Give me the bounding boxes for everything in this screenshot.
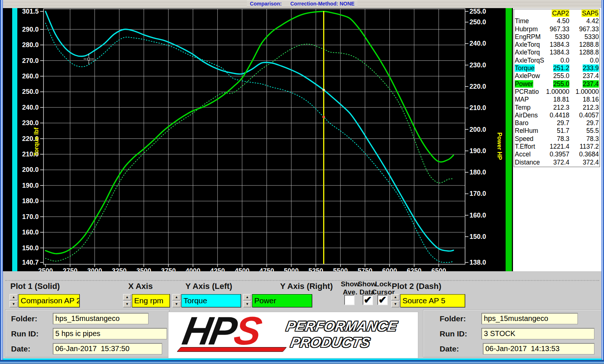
window-border-left [0, 0, 3, 364]
hps-logo-line1: PERFORMANCE [285, 319, 398, 334]
plot2-label: Plot 2 (Dash) [392, 282, 441, 291]
svg-text:4750: 4750 [259, 267, 274, 271]
run1-folder-field[interactable]: hps_15mustangeco [53, 313, 149, 324]
svg-text:255.0: 255.0 [469, 8, 486, 15]
table-row: Hubrpm967.33967.33 [515, 25, 599, 33]
table-row: Time4.504.42 [515, 17, 599, 25]
svg-text:190.0: 190.0 [469, 147, 486, 155]
plot1-select[interactable]: Comparison AP 2 [18, 294, 80, 307]
svg-text:160.0: 160.0 [469, 212, 486, 219]
yaxis-right-spinner-up-button[interactable]: ▲ [243, 294, 251, 300]
xaxis-spinner-down-button[interactable]: ▼ [123, 301, 131, 307]
cursor-marker [322, 89, 325, 91]
svg-text:3250: 3250 [112, 267, 127, 271]
table-row: Baro29.729.7 [515, 119, 599, 127]
mouse-crosshair [87, 58, 90, 60]
table-row: AxlePow255.0237.4 [515, 72, 599, 80]
xaxis-spinner: ▲ ▼ [123, 294, 131, 307]
svg-text:150.0: 150.0 [22, 244, 39, 252]
svg-text:4250: 4250 [210, 267, 225, 271]
plot2-spinner: ▲ ▼ [391, 294, 399, 307]
svg-text:301.5: 301.5 [22, 8, 39, 15]
yaxis-right-spinner: ▲ ▼ [243, 294, 251, 307]
svg-text:180.0: 180.0 [22, 197, 39, 205]
yaxis-left-spinner-down-button[interactable]: ▼ [172, 301, 181, 307]
table-row: AirDens0.44180.4057 [515, 112, 599, 119]
svg-text:5500: 5500 [333, 267, 348, 271]
table-row: T.Effort1221.41137.2 [515, 143, 599, 151]
dyno-app-window: Comparison: Correction-Method: NONE 301.… [0, 0, 604, 364]
lock-cursor-checkbox[interactable]: ✔ [377, 295, 388, 305]
svg-text:290.0: 290.0 [22, 26, 39, 33]
table-header-row: CAP2SAP5 [515, 10, 599, 17]
show-data-checkbox[interactable]: ✔ [363, 295, 373, 305]
table-row: AxleTorq1384.31288.8 [515, 49, 599, 56]
table-row: AxleTorq1384.31288.8 [515, 41, 599, 49]
svg-text:3000: 3000 [87, 267, 102, 271]
plot2-spinner-up-button[interactable]: ▲ [391, 294, 399, 300]
table-row: PCRatio1.000001.00000 [515, 88, 599, 96]
yaxis-right-spinner-down-button[interactable]: ▼ [243, 301, 251, 307]
svg-text:280.0: 280.0 [22, 41, 39, 49]
svg-text:250.0: 250.0 [469, 18, 486, 26]
run1-runid-field[interactable]: 5 hps ic pipes [53, 328, 167, 339]
svg-text:230.0: 230.0 [22, 119, 39, 127]
svg-text:2500: 2500 [38, 267, 53, 271]
svg-text:4500: 4500 [235, 267, 249, 271]
svg-text:6250: 6250 [407, 267, 422, 271]
svg-text:230.0: 230.0 [469, 61, 486, 69]
table-row: AxleTorqS0.00.0 [515, 57, 599, 64]
dyno-chart[interactable]: 301.5290.0280.0270.0260.0250.0240.0230.0… [3, 8, 513, 271]
run1-date-field[interactable]: 06-Jan-2017 15:37:50 [53, 343, 162, 354]
run2-folder-label: Folder: [440, 314, 466, 323]
run1-date-label: Date: [11, 344, 31, 353]
svg-text:240.0: 240.0 [469, 40, 486, 47]
xaxis-select[interactable]: Eng rpm [132, 294, 170, 307]
dashed-curve [46, 44, 454, 261]
svg-text:250.0: 250.0 [22, 88, 39, 95]
yaxis-right-select[interactable]: Power [252, 294, 312, 307]
svg-text:210.0: 210.0 [469, 104, 486, 112]
plot1-label: Plot 1 (Solid) [10, 282, 60, 291]
svg-text:260.0: 260.0 [22, 73, 39, 80]
yaxis-left-spinner-up-button[interactable]: ▲ [172, 294, 181, 300]
svg-text:2750: 2750 [63, 267, 77, 271]
svg-text:6000: 6000 [382, 267, 397, 271]
run2-date-field[interactable]: 06-Jan-2017 14:13:53 [483, 343, 594, 354]
controls-divider [5, 280, 599, 281]
cursor-marker [322, 116, 325, 118]
dashed-curve [46, 23, 454, 262]
svg-text:3750: 3750 [161, 267, 176, 271]
show-ave-checkbox[interactable] [344, 295, 355, 305]
hps-logo: HPS PERFORMANCE PRODUCTS [168, 312, 418, 358]
title-bar-text: Comparison: Correction-Method: NONE [247, 1, 357, 7]
table-row: RelHum51.755.5 [515, 127, 599, 135]
run1-folder-label: Folder: [11, 314, 37, 323]
yaxis-left-select[interactable]: Torque [181, 294, 241, 307]
svg-text:180.0: 180.0 [469, 169, 486, 176]
right-axis-title: Power HP [496, 132, 503, 160]
svg-text:5250: 5250 [308, 267, 323, 271]
yaxis-left-label: Y Axis (Left) [185, 282, 232, 291]
run1-runid-label: Run ID: [11, 329, 39, 338]
table-row: Distance372.4372.4 [515, 159, 599, 166]
table-row: Power255.0237.4 [515, 80, 599, 88]
svg-text:240.0: 240.0 [22, 104, 39, 111]
run2-folder-field[interactable]: hps_15mustangeco [481, 313, 578, 324]
svg-text:5750: 5750 [357, 267, 372, 271]
svg-text:3500: 3500 [136, 267, 151, 271]
run2-runid-field[interactable]: 3 STOCK [481, 328, 594, 339]
plot1-spinner-up-button[interactable]: ▲ [10, 294, 18, 300]
plot1-spinner-down-button[interactable]: ▼ [10, 301, 18, 307]
xaxis-label: X Axis [128, 282, 153, 291]
yaxis-right-label: Y Axis (Right) [280, 282, 333, 291]
svg-text:5000: 5000 [284, 267, 298, 271]
left-accent-bar [12, 8, 17, 271]
right-accent-bar [506, 8, 512, 271]
svg-text:170.0: 170.0 [22, 213, 39, 220]
svg-text:270.0: 270.0 [22, 57, 39, 64]
live-data-panel: CAP2SAP5Time4.504.42Hubrpm967.33967.33En… [513, 8, 601, 271]
plot2-select[interactable]: Source AP 5 [400, 294, 465, 307]
plot2-spinner-down-button[interactable]: ▼ [391, 301, 399, 307]
xaxis-spinner-up-button[interactable]: ▲ [123, 294, 131, 300]
